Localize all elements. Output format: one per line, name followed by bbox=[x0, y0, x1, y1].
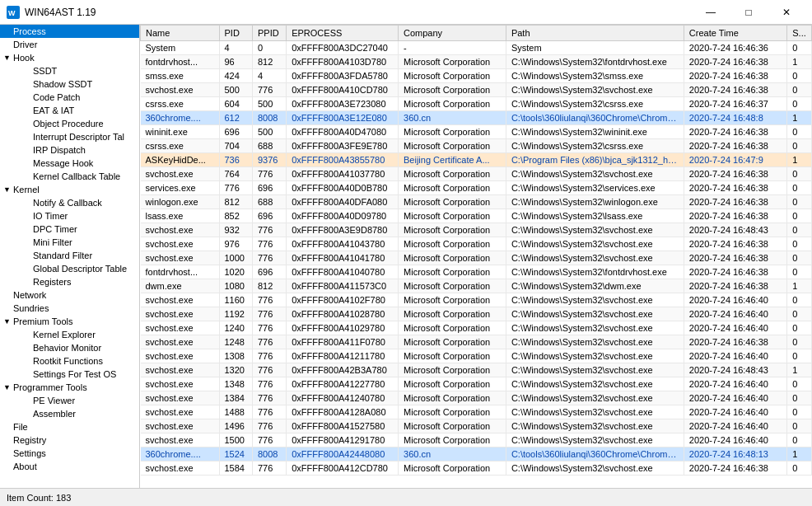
table-row[interactable]: fontdrvhost...968120xFFFF800A4103D780Mic… bbox=[141, 55, 812, 69]
cell-create-time: 2020-7-24 16:46:40 bbox=[684, 377, 786, 391]
sidebar-item-driver[interactable]: Driver bbox=[0, 38, 139, 51]
table-row[interactable]: svchost.exe15007760xFFFF800A41291780Micr… bbox=[141, 433, 812, 447]
sidebar-item-dpc-timer[interactable]: DPC Timer bbox=[0, 223, 139, 236]
cell-eprocess: 0xFFFF800A40D0B780 bbox=[287, 181, 399, 195]
cell-company: Microsoft Corporation bbox=[399, 237, 506, 251]
table-row[interactable]: fontdrvhost...10206960xFFFF800A41040780M… bbox=[141, 265, 812, 279]
col-header-name[interactable]: Name bbox=[141, 26, 220, 41]
table-row[interactable]: winlogon.exe8126880xFFFF800A40DFA080Micr… bbox=[141, 195, 812, 209]
cell-create-time: 2020-7-24 16:46:38 bbox=[684, 251, 786, 265]
sidebar-item-process[interactable]: Process bbox=[0, 25, 139, 38]
cell-path: C:\Program Files (x86)\bjca_sjk1312_hid.… bbox=[506, 153, 684, 167]
sidebar-item-interrupt-descriptor[interactable]: Interrupt Descriptor Tal bbox=[0, 130, 139, 143]
sidebar-item-global-descriptor[interactable]: Global Descriptor Table bbox=[0, 262, 139, 275]
table-row[interactable]: csrss.exe7046880xFFFF800A3FE9E780Microso… bbox=[141, 139, 812, 153]
table-row[interactable]: svchost.exe9327760xFFFF800A3E9D8780Micro… bbox=[141, 223, 812, 237]
sidebar-item-notify-callback[interactable]: Notify & Callback bbox=[0, 196, 139, 209]
col-header-pid[interactable]: PID bbox=[219, 26, 252, 41]
sidebar-item-programmer-tools[interactable]: ▼Programmer Tools bbox=[0, 381, 139, 394]
cell-company: Microsoft Corporation bbox=[399, 363, 506, 377]
table-row[interactable]: svchost.exe9767760xFFFF800A41043780Micro… bbox=[141, 237, 812, 251]
maximize-button[interactable]: □ bbox=[730, 0, 768, 25]
table-row[interactable]: svchost.exe15847760xFFFF800A412CD780Micr… bbox=[141, 461, 812, 476]
cell-pid: 604 bbox=[219, 97, 252, 111]
sidebar-item-behavior-monitor[interactable]: Behavior Monitor bbox=[0, 341, 139, 354]
cell-path: C:\Windows\System32\svchost.exe bbox=[506, 433, 684, 447]
sidebar-item-sundries[interactable]: Sundries bbox=[0, 302, 139, 315]
table-row[interactable]: svchost.exe12407760xFFFF800A41029780Micr… bbox=[141, 321, 812, 335]
table-row[interactable]: svchost.exe10007760xFFFF800A41041780Micr… bbox=[141, 251, 812, 265]
cell-path: C:\tools\360liulanqi\360Chrome\Chrome\..… bbox=[506, 111, 684, 125]
sidebar-item-registry[interactable]: Registry bbox=[0, 433, 139, 447]
table-row[interactable]: svchost.exe13087760xFFFF800A41211780Micr… bbox=[141, 349, 812, 363]
col-header-create-time[interactable]: Create Time bbox=[684, 26, 786, 41]
table-row[interactable]: svchost.exe11927760xFFFF800A41028780Micr… bbox=[141, 307, 812, 321]
sidebar-item-code-patch[interactable]: Code Patch bbox=[0, 91, 139, 104]
sidebar-item-settings[interactable]: Settings bbox=[0, 447, 139, 460]
cell-ppid: 8008 bbox=[252, 447, 286, 461]
table-row[interactable]: wininit.exe6965000xFFFF800A40D47080Micro… bbox=[141, 125, 812, 139]
table-row[interactable]: svchost.exe7647760xFFFF800A41037780Micro… bbox=[141, 167, 812, 181]
sidebar-label-object-procedure: Object Procedure bbox=[33, 119, 104, 129]
sidebar-item-settings-test-os[interactable]: Settings For Test OS bbox=[0, 368, 139, 381]
col-header-s[interactable]: S... bbox=[787, 26, 812, 41]
sidebar-item-mini-filter[interactable]: Mini Filter bbox=[0, 236, 139, 249]
sidebar-item-assembler[interactable]: Assembler bbox=[0, 407, 139, 420]
cell-name: svchost.exe bbox=[141, 251, 220, 265]
sidebar-label-registry: Registry bbox=[13, 435, 46, 445]
sidebar-item-file[interactable]: File bbox=[0, 420, 139, 433]
minimize-button[interactable]: — bbox=[692, 0, 730, 25]
table-row[interactable]: ASKeyHidDe...73693760xFFFF800A43855780Be… bbox=[141, 153, 812, 167]
sidebar-item-kernel-explorer[interactable]: Kernel Explorer bbox=[0, 328, 139, 341]
table-row[interactable]: svchost.exe11607760xFFFF800A4102F780Micr… bbox=[141, 293, 812, 307]
table-row[interactable]: smss.exe42440xFFFF800A3FDA5780Microsoft … bbox=[141, 69, 812, 83]
table-row[interactable]: csrss.exe6045000xFFFF800A3E723080Microso… bbox=[141, 97, 812, 111]
sidebar-item-kernel-callback-table[interactable]: Kernel Callback Table bbox=[0, 170, 139, 183]
sidebar-item-about[interactable]: About bbox=[0, 460, 139, 473]
cell-name: svchost.exe bbox=[141, 461, 220, 476]
sidebar-item-registers[interactable]: Registers bbox=[0, 275, 139, 288]
col-header-company[interactable]: Company bbox=[399, 26, 506, 41]
table-row[interactable]: System400xFFFF800A3DC27040-System2020-7-… bbox=[141, 41, 812, 55]
col-header-path[interactable]: Path bbox=[506, 26, 684, 41]
cell-s: 0 bbox=[787, 293, 812, 307]
cell-s: 1 bbox=[787, 111, 812, 125]
cell-name: svchost.exe bbox=[141, 223, 220, 237]
sidebar-item-message-hook[interactable]: Message Hook bbox=[0, 157, 139, 170]
table-row[interactable]: svchost.exe5007760xFFFF800A410CD780Micro… bbox=[141, 83, 812, 97]
sidebar-item-kernel[interactable]: ▼Kernel bbox=[0, 183, 139, 196]
sidebar-item-ssdt[interactable]: SSDT bbox=[0, 64, 139, 77]
col-header-eprocess[interactable]: EPROCESS bbox=[287, 26, 399, 41]
table-row[interactable]: svchost.exe13847760xFFFF800A41240780Micr… bbox=[141, 391, 812, 405]
sidebar-item-eat-iat[interactable]: EAT & IAT bbox=[0, 104, 139, 117]
table-row[interactable]: svchost.exe13207760xFFFF800A42B3A780Micr… bbox=[141, 363, 812, 377]
sidebar-item-pe-viewer[interactable]: PE Viewer bbox=[0, 394, 139, 407]
cell-pid: 1384 bbox=[219, 391, 252, 405]
cell-ppid: 696 bbox=[252, 265, 286, 279]
table-row[interactable]: dwm.exe10808120xFFFF800A411573C0Microsof… bbox=[141, 279, 812, 293]
sidebar-label-mini-filter: Mini Filter bbox=[33, 237, 72, 247]
cell-path: C:\Windows\System32\winlogon.exe bbox=[506, 195, 684, 209]
cell-pid: 1248 bbox=[219, 335, 252, 349]
sidebar-item-hook[interactable]: ▼Hook bbox=[0, 51, 139, 64]
sidebar-item-shadow-ssdt[interactable]: Shadow SSDT bbox=[0, 77, 139, 91]
sidebar-item-premium-tools[interactable]: ▼Premium Tools bbox=[0, 315, 139, 328]
sidebar-item-network[interactable]: Network bbox=[0, 288, 139, 302]
close-button[interactable]: ✕ bbox=[768, 0, 805, 25]
table-wrapper[interactable]: NamePIDPPIDEPROCESSCompanyPathCreate Tim… bbox=[140, 25, 812, 488]
col-header-ppid[interactable]: PPID bbox=[252, 26, 286, 41]
table-row[interactable]: svchost.exe12487760xFFFF800A411F0780Micr… bbox=[141, 335, 812, 349]
table-row[interactable]: svchost.exe14887760xFFFF800A4128A080Micr… bbox=[141, 405, 812, 419]
sidebar-item-rootkit-functions[interactable]: Rootkit Functions bbox=[0, 354, 139, 368]
table-row[interactable]: 360chrome....152480080xFFFF800A424480803… bbox=[141, 447, 812, 461]
table-row[interactable]: lsass.exe8526960xFFFF800A40D09780Microso… bbox=[141, 209, 812, 223]
sidebar-item-irp-dispatch[interactable]: IRP Dispatch bbox=[0, 143, 139, 157]
table-row[interactable]: 360chrome....61280080xFFFF800A3E12E08036… bbox=[141, 111, 812, 125]
cell-ppid: 696 bbox=[252, 209, 286, 223]
table-row[interactable]: svchost.exe13487760xFFFF800A41227780Micr… bbox=[141, 377, 812, 391]
sidebar-item-standard-filter[interactable]: Standard Filter bbox=[0, 249, 139, 262]
sidebar-item-io-timer[interactable]: IO Timer bbox=[0, 209, 139, 223]
table-row[interactable]: svchost.exe14967760xFFFF800A41527580Micr… bbox=[141, 419, 812, 433]
table-row[interactable]: services.exe7766960xFFFF800A40D0B780Micr… bbox=[141, 181, 812, 195]
sidebar-item-object-procedure[interactable]: Object Procedure bbox=[0, 117, 139, 130]
